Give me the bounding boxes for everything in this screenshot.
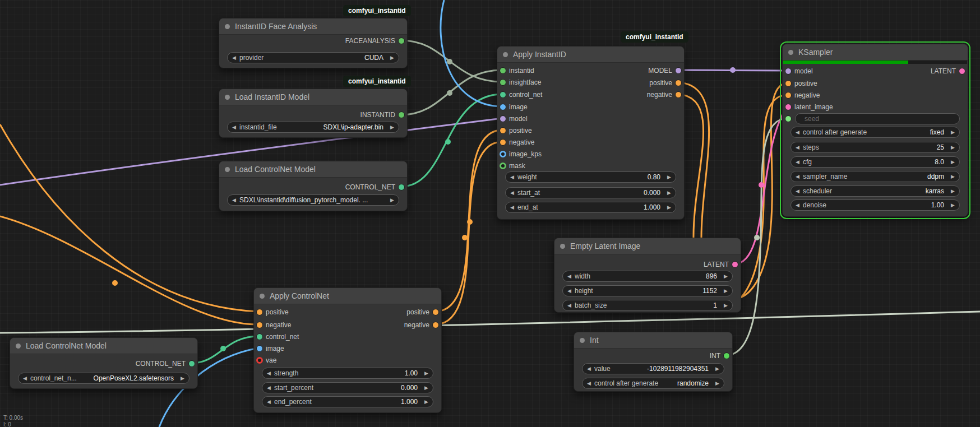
stepper-right-icon[interactable]: ▶ [947,159,955,165]
stepper-right-icon[interactable]: ▶ [712,366,719,372]
node-instantid-face-analysis[interactable]: InstantID Face Analysis FACEANALYSIS ◀ p… [219,18,408,68]
input-dot-insightface[interactable] [500,79,506,86]
stepper-left-icon[interactable]: ◀ [232,55,239,61]
stepper-left-icon[interactable]: ◀ [567,273,575,279]
output-dot-latent[interactable] [732,261,738,268]
stepper-left-icon[interactable]: ◀ [567,288,575,294]
collapse-dot-icon[interactable] [560,244,565,249]
input-dot-control-net[interactable] [256,333,263,340]
stepper-left-icon[interactable]: ◀ [567,303,575,308]
input-dot-positive[interactable] [500,127,506,134]
collapse-dot-icon[interactable] [225,167,230,172]
node-load-instantid-model[interactable]: Load InstantID Model INSTANTID ◀ instant… [219,89,408,138]
output-slot[interactable]: positive [345,307,441,318]
input-slot[interactable]: mask [497,160,525,171]
wire-controlnet-to-instantid[interactable] [401,94,502,187]
stepper-right-icon[interactable]: ▶ [664,174,671,180]
widget-value[interactable]: ◀ value -1028911982904351 ▶ [582,363,724,374]
stepper-left-icon[interactable]: ◀ [510,190,517,196]
output-dot-negative[interactable] [432,322,439,328]
input-dot-negative[interactable] [256,322,263,328]
stepper-right-icon[interactable]: ▶ [720,288,728,294]
input-dot-model[interactable] [785,68,792,75]
input-slot[interactable]: control_net [254,331,299,342]
input-dot-latent-image[interactable] [785,104,792,110]
widget-steps[interactable]: ◀ steps 25 ▶ [791,142,960,153]
output-slot[interactable]: INSTANTID [207,109,407,120]
stepper-right-icon[interactable]: ▶ [947,202,955,208]
stepper-left-icon[interactable]: ◀ [796,129,803,135]
widget-scheduler[interactable]: ◀ scheduler karras ▶ [791,185,960,197]
node-int[interactable]: Int INT ◀ value -1028911982904351 ▶ ◀ co… [574,332,733,392]
output-slot[interactable]: negative [345,319,441,331]
widget-end-at[interactable]: ◀ end_at 1.000 ▶ [505,202,676,213]
output-slot[interactable]: positive [588,77,684,89]
output-dot-positive[interactable] [675,80,682,86]
stepper-right-icon[interactable]: ▶ [387,197,394,203]
widget-weight[interactable]: ◀ weight 0.80 ▶ [505,171,676,183]
widget-batch-size[interactable]: ◀ batch_size 1 ▶ [562,300,733,311]
stepper-left-icon[interactable]: ◀ [232,197,239,203]
output-dot-control-net[interactable] [188,360,195,367]
stepper-left-icon[interactable]: ◀ [796,174,803,179]
node-title-bar[interactable]: KSampler [783,44,968,61]
input-slot[interactable]: model [497,113,528,124]
stepper-right-icon[interactable]: ▶ [947,145,955,150]
collapse-dot-icon[interactable] [788,50,793,55]
stepper-right-icon[interactable]: ▶ [664,190,671,196]
node-title-bar[interactable]: Apply InstantID [497,47,684,63]
input-slot[interactable]: vae [254,355,276,366]
input-slot[interactable]: image_kps [497,148,542,160]
output-dot-positive[interactable] [432,309,439,315]
input-dot-control-net[interactable] [500,91,506,98]
collapse-dot-icon[interactable] [225,24,230,29]
stepper-left-icon[interactable]: ◀ [267,399,274,405]
stepper-left-icon[interactable]: ◀ [510,205,517,210]
input-dot-positive[interactable] [256,309,263,315]
wire-positive-to-apply-controlnet[interactable] [0,124,259,312]
output-slot[interactable]: negative [588,89,684,100]
input-dot-model[interactable] [500,115,506,122]
node-title-bar[interactable]: InstantID Face Analysis [219,18,407,35]
stepper-left-icon[interactable]: ◀ [796,145,803,150]
widget-seed[interactable]: seed [795,113,960,124]
collapse-dot-icon[interactable] [580,338,585,343]
input-dot-image[interactable] [256,345,263,352]
stepper-right-icon[interactable]: ▶ [421,370,428,376]
input-dot-vae[interactable] [256,357,263,364]
widget-start-percent[interactable]: ◀ start_percent 0.000 ▶ [262,382,433,393]
output-dot-int[interactable] [723,352,730,359]
stepper-right-icon[interactable]: ▶ [720,273,728,279]
input-dot-mask[interactable] [500,163,506,169]
stepper-left-icon[interactable]: ◀ [267,385,274,391]
stepper-right-icon[interactable]: ▶ [947,174,955,179]
collapse-dot-icon[interactable] [503,52,508,57]
stepper-right-icon[interactable]: ▶ [177,375,184,381]
input-slot[interactable]: positive [783,78,817,89]
collapse-dot-icon[interactable] [16,344,21,349]
input-slot[interactable]: positive [254,307,289,318]
node-apply-instantid[interactable]: Apply InstantID instantid insightface co… [497,46,685,220]
input-slot[interactable]: positive [497,125,532,136]
stepper-left-icon[interactable]: ◀ [510,174,517,180]
input-slot[interactable]: negative [497,137,534,148]
input-slot[interactable]: image [254,343,284,354]
input-dot-negative[interactable] [785,92,792,99]
stepper-right-icon[interactable]: ▶ [712,380,719,386]
output-slot[interactable]: CONTROL_NET [207,182,407,193]
collapse-dot-icon[interactable] [225,95,230,100]
node-title-bar[interactable]: Empty Latent Image [554,238,741,254]
input-slot[interactable]: control_net [497,89,542,100]
widget-controlnet-file[interactable]: ◀ SDXL\instantid\diffusion_pytorch_model… [227,194,399,206]
stepper-left-icon[interactable]: ◀ [796,159,803,165]
input-slot[interactable]: image [497,101,528,113]
widget-control-after-generate[interactable]: ◀ control after generate fixed ▶ [791,127,960,138]
output-slot[interactable]: CONTROL_NET [0,358,197,369]
widget-strength[interactable]: ◀ strength 1.00 ▶ [262,368,433,379]
widget-controlnet-name[interactable]: ◀ control_net_n... OpenPoseXL2.safetenso… [18,373,189,384]
node-empty-latent-image[interactable]: Empty Latent Image LATENT ◀ width 896 ▶ … [554,238,741,313]
input-slot[interactable]: instantid [497,65,534,76]
input-dot-negative[interactable] [500,139,506,146]
stepper-left-icon[interactable]: ◀ [587,366,594,372]
output-dot-instantid[interactable] [398,112,405,118]
